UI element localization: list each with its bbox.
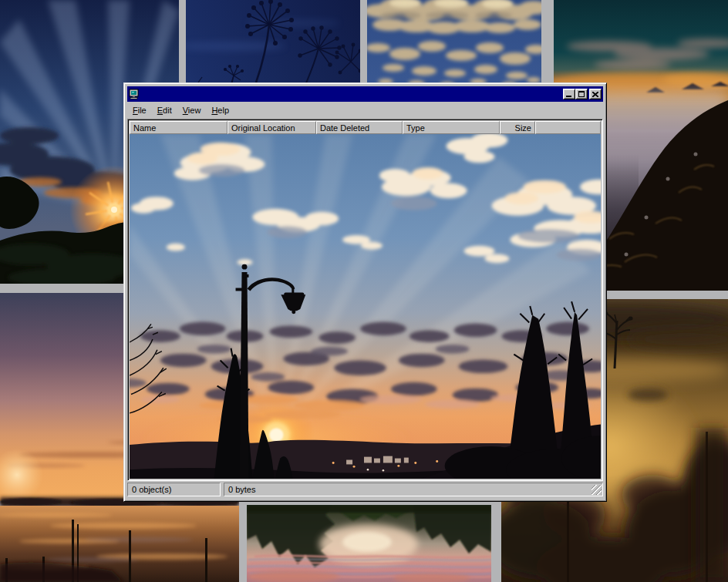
minimize-icon	[566, 96, 571, 97]
recycle-bin-window: File Edit View Help Name Original Locati…	[123, 82, 607, 502]
column-header-date-deleted[interactable]: Date Deleted	[316, 121, 403, 134]
desktop: File Edit View Help Name Original Locati…	[0, 0, 728, 582]
list-view-frame: Name Original Location Date Deleted Type…	[127, 119, 603, 481]
window-controls	[563, 89, 602, 99]
menu-item-help[interactable]: Help	[206, 104, 234, 117]
column-header-original-location[interactable]: Original Location	[228, 121, 316, 134]
status-bar: 0 object(s) 0 bytes	[127, 481, 603, 498]
column-header-row: Name Original Location Date Deleted Type…	[130, 121, 601, 134]
menu-item-view[interactable]: View	[177, 104, 207, 117]
close-icon	[592, 92, 598, 97]
column-header-name[interactable]: Name	[130, 121, 228, 134]
menu-item-view-accel: V	[183, 106, 188, 115]
title-bar[interactable]	[127, 86, 603, 102]
menu-item-view-label: iew	[188, 106, 201, 115]
column-header-size[interactable]: Size	[500, 121, 535, 134]
menu-item-file-accel: F	[133, 106, 138, 115]
maximize-button[interactable]	[575, 89, 588, 99]
menu-item-help-label: elp	[217, 106, 229, 115]
list-view-background-photo	[130, 134, 601, 479]
list-view[interactable]	[130, 134, 601, 479]
background-photo-water-reflection	[247, 505, 491, 582]
status-size: 0 bytes	[224, 483, 603, 496]
menu-item-edit[interactable]: Edit	[152, 104, 177, 117]
resize-grip[interactable]	[592, 485, 602, 495]
status-objects: 0 object(s)	[127, 483, 221, 496]
recycle-bin-window-icon[interactable]	[129, 89, 140, 99]
menu-item-file[interactable]: File	[127, 104, 152, 117]
minimize-button[interactable]	[563, 89, 575, 99]
column-header-blank[interactable]	[535, 121, 601, 134]
status-bytes-text: 0 bytes	[228, 485, 255, 494]
menu-item-edit-accel: E	[157, 106, 163, 115]
menu-bar: File Edit View Help	[127, 102, 603, 119]
close-button[interactable]	[589, 89, 602, 99]
maximize-icon	[578, 91, 585, 97]
menu-item-file-label: ile	[138, 106, 147, 115]
column-header-type[interactable]: Type	[403, 121, 500, 134]
menu-item-edit-label: dit	[163, 106, 172, 115]
